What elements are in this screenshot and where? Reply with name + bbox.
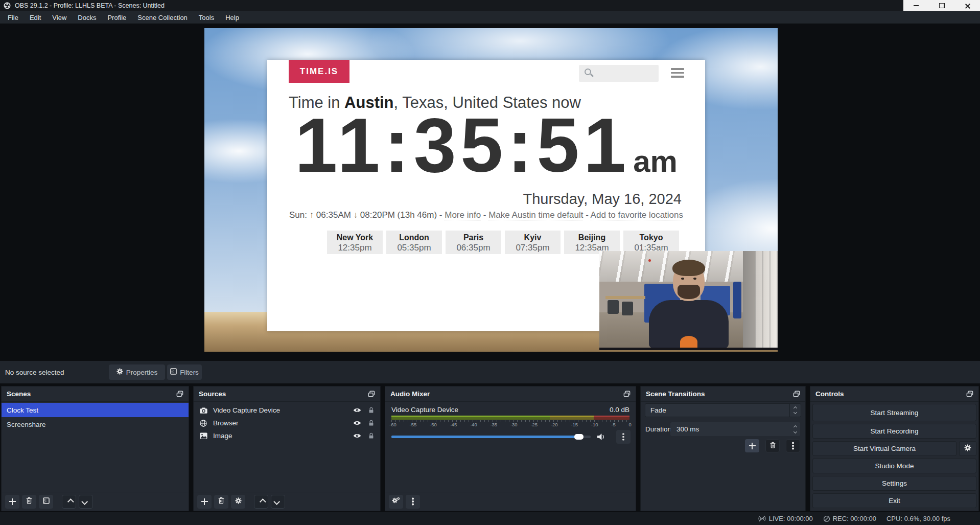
close-button[interactable] bbox=[954, 0, 980, 11]
scenes-dock: Scenes Clock TestScreenshare bbox=[1, 386, 189, 511]
move-scene-up-button[interactable] bbox=[62, 495, 76, 509]
gear-icon bbox=[964, 444, 971, 453]
spinbox-arrows-icon[interactable] bbox=[794, 426, 797, 433]
move-source-up-button[interactable] bbox=[254, 495, 268, 509]
restore-button[interactable] bbox=[929, 0, 954, 11]
webcam-window bbox=[755, 251, 778, 350]
chevron-up-icon bbox=[67, 498, 74, 505]
meter-tick-labels: -60-55-50-45-40-35-30-25-20-15-10-50 bbox=[389, 422, 632, 427]
meter-tick-label: -45 bbox=[450, 422, 457, 427]
control-button[interactable]: Exit bbox=[812, 493, 976, 508]
volume-slider[interactable] bbox=[391, 436, 591, 438]
minimize-icon bbox=[914, 5, 919, 6]
menu-item[interactable]: Help bbox=[220, 12, 245, 23]
volume-meter bbox=[391, 416, 629, 420]
volume-slider-handle[interactable] bbox=[574, 434, 584, 440]
remove-scene-button[interactable] bbox=[22, 495, 36, 509]
advanced-audio-button[interactable] bbox=[389, 495, 403, 509]
combo-spinner-icon bbox=[789, 404, 801, 417]
control-button[interactable]: Settings bbox=[812, 476, 976, 491]
add-source-button[interactable] bbox=[197, 495, 212, 509]
speaker-icon[interactable] bbox=[597, 433, 605, 441]
control-button[interactable]: Studio Mode bbox=[812, 459, 976, 473]
menu-item[interactable]: View bbox=[46, 12, 72, 23]
timeis-link: Make Austin time default bbox=[488, 210, 583, 220]
duration-spinbox[interactable]: 300 ms bbox=[670, 422, 800, 436]
dock-popout-icon[interactable] bbox=[623, 391, 631, 397]
source-item[interactable]: Image bbox=[194, 429, 380, 442]
world-clock-city: Paris bbox=[446, 233, 501, 242]
filters-icon bbox=[43, 497, 50, 506]
remove-source-button[interactable] bbox=[214, 495, 228, 509]
clock-digits: 11:35:51 bbox=[295, 102, 630, 188]
transition-menu-button[interactable] bbox=[786, 439, 800, 452]
sources-title: Sources bbox=[199, 390, 226, 398]
lock-icon[interactable] bbox=[368, 420, 374, 426]
mixer-channel-name: Video Capture Device bbox=[391, 406, 458, 414]
move-source-down-button[interactable] bbox=[271, 495, 285, 509]
visibility-eye-icon[interactable] bbox=[353, 420, 361, 426]
source-item[interactable]: Browser bbox=[194, 417, 380, 429]
audio-mixer-toolbar bbox=[385, 492, 636, 511]
scene-item[interactable]: Clock Test bbox=[2, 403, 189, 417]
menu-item[interactable]: Scene Collection bbox=[132, 12, 193, 23]
visibility-eye-icon[interactable] bbox=[353, 407, 361, 413]
chevron-down-icon bbox=[81, 498, 88, 505]
world-clock-box: London 05:35pm bbox=[386, 231, 442, 254]
source-properties-button[interactable] bbox=[231, 495, 245, 509]
control-button[interactable]: Start Streaming bbox=[812, 404, 976, 421]
gear-icon bbox=[116, 368, 123, 376]
minimize-button[interactable] bbox=[903, 0, 929, 11]
dock-popout-icon[interactable] bbox=[176, 391, 183, 397]
meter-tick-label: -50 bbox=[430, 422, 437, 427]
scenes-toolbar bbox=[2, 492, 189, 511]
cpu-fps-stats: CPU: 0.6%, 30.00 fps bbox=[886, 515, 950, 522]
timeis-logo: TIME.IS bbox=[289, 60, 349, 83]
menu-item[interactable]: File bbox=[2, 12, 24, 23]
world-clock-box: Paris 06:35pm bbox=[446, 231, 501, 254]
world-clock-city: London bbox=[386, 233, 442, 242]
world-clock-city: New York bbox=[327, 233, 383, 242]
mixer-menu-button[interactable] bbox=[406, 495, 420, 509]
dock-popout-icon[interactable] bbox=[793, 391, 800, 397]
stream-inactive-icon bbox=[758, 515, 766, 522]
scene-list: Clock TestScreenshare bbox=[2, 403, 189, 431]
menu-item[interactable]: Edit bbox=[24, 12, 46, 23]
scene-item[interactable]: Screenshare bbox=[2, 417, 189, 431]
lock-icon[interactable] bbox=[368, 432, 374, 439]
world-clock-time: 12:35pm bbox=[327, 243, 383, 253]
no-source-selected-label: No source selected bbox=[5, 361, 64, 383]
transition-select[interactable]: Fade bbox=[645, 403, 801, 417]
remove-transition-button[interactable] bbox=[765, 439, 780, 452]
add-transition-button[interactable] bbox=[745, 439, 759, 452]
dock-popout-icon[interactable] bbox=[368, 391, 375, 397]
visibility-eye-icon[interactable] bbox=[353, 433, 361, 439]
virtual-camera-settings-button[interactable] bbox=[959, 441, 976, 456]
obs-window: OBS 29.1.2 - Profile: LLHLS BETA - Scene… bbox=[0, 0, 980, 525]
scene-filters-button[interactable] bbox=[39, 495, 53, 509]
meter-tick-label: -40 bbox=[470, 422, 477, 427]
controls-title: Controls bbox=[815, 390, 844, 398]
timeis-clock: 11:35:51am bbox=[267, 107, 705, 184]
menu-item[interactable]: Profile bbox=[102, 12, 132, 23]
source-item[interactable]: Video Capture Device bbox=[194, 404, 380, 417]
menu-item[interactable]: Tools bbox=[193, 12, 220, 23]
menu-item[interactable]: Docks bbox=[72, 12, 102, 23]
controls-button-list: Start Streaming Start Recording Start Vi… bbox=[810, 402, 978, 508]
properties-button[interactable]: Properties bbox=[109, 364, 165, 380]
mixer-channel-menu-button[interactable] bbox=[616, 430, 631, 444]
meter-tick-label: -20 bbox=[551, 422, 558, 427]
filters-button[interactable]: Filters bbox=[167, 364, 202, 380]
move-scene-down-button[interactable] bbox=[79, 495, 93, 509]
window-controls bbox=[903, 0, 980, 11]
control-button[interactable]: Start Recording bbox=[812, 424, 976, 439]
dock-popout-icon[interactable] bbox=[966, 391, 973, 397]
meter-tick-label: -15 bbox=[571, 422, 578, 427]
restore-icon bbox=[939, 3, 945, 8]
control-button[interactable]: Start Virtual Camera bbox=[812, 441, 956, 456]
add-scene-button[interactable] bbox=[5, 495, 19, 509]
chevron-up-icon bbox=[259, 498, 266, 505]
lock-icon[interactable] bbox=[368, 407, 374, 414]
chevron-down-icon bbox=[273, 498, 280, 505]
preview-canvas[interactable]: TIME.IS Time in Austin, Texas, United St… bbox=[204, 28, 778, 352]
